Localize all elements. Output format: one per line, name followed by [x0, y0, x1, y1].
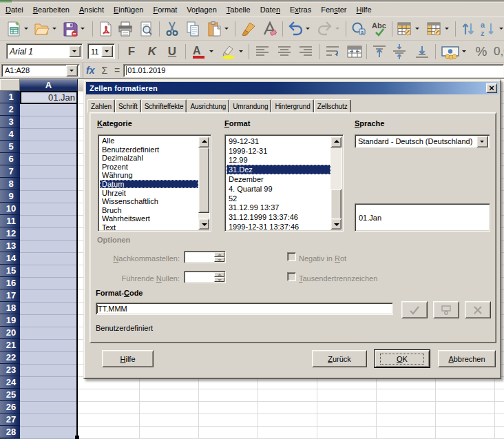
- find-replace-icon[interactable]: a: [350, 20, 368, 38]
- decimals-spinner[interactable]: [214, 252, 224, 262]
- format-item[interactable]: 1999-12-31: [227, 146, 330, 156]
- decimals-field[interactable]: [184, 251, 226, 263]
- menu-item[interactable]: Einfügen: [109, 3, 148, 17]
- menu-item[interactable]: Daten: [255, 3, 285, 17]
- row-header[interactable]: 1: [0, 91, 20, 103]
- print-preview-icon[interactable]: [137, 20, 155, 38]
- merge-cells-icon[interactable]: [346, 43, 364, 61]
- sort-ascending-icon[interactable]: az: [479, 20, 496, 38]
- scrollbar-thumb[interactable]: [330, 189, 342, 220]
- dialog-tab[interactable]: Umrandung: [229, 99, 271, 113]
- language-combobox[interactable]: Standard - Deutsch (Deutschland): [355, 134, 490, 148]
- leading-zeros-spinner[interactable]: [214, 272, 224, 282]
- dialog-title-bar[interactable]: Zellen formatieren ×: [86, 82, 498, 94]
- open-icon[interactable]: [33, 20, 51, 38]
- align-bottom-icon[interactable]: [413, 43, 431, 61]
- format-listbox[interactable]: 99-12-311999-12-3112.9931.DezDezember4. …: [224, 134, 344, 232]
- menu-item[interactable]: Extras: [285, 3, 316, 17]
- row-header[interactable]: 26: [0, 401, 20, 414]
- format-item[interactable]: 52: [227, 194, 330, 203]
- font-name-value[interactable]: Arial 1: [7, 47, 69, 57]
- percent-format-button[interactable]: %: [473, 44, 490, 59]
- highlight-color-icon[interactable]: [220, 43, 238, 61]
- redo-icon[interactable]: [316, 20, 334, 38]
- cell-a1-value[interactable]: 01.Jan: [21, 92, 75, 103]
- scroll-down-button[interactable]: [198, 218, 209, 229]
- leading-zeros-field[interactable]: [184, 271, 226, 283]
- row-header[interactable]: 18: [0, 302, 20, 314]
- format-item[interactable]: 1999-12-31 13:37:46: [227, 222, 330, 232]
- ok-button[interactable]: OK: [375, 350, 430, 367]
- row-header[interactable]: 14: [0, 252, 20, 265]
- format-item[interactable]: 31.12.1999 13:37:46: [227, 212, 330, 222]
- sort-ascending-dropdown[interactable]: [498, 20, 504, 38]
- row-header[interactable]: 28: [0, 426, 20, 438]
- category-item[interactable]: Alle: [100, 136, 198, 145]
- center-vertically-icon[interactable]: [390, 43, 408, 61]
- edit-comment-button[interactable]: [433, 301, 459, 318]
- select-all-corner[interactable]: [0, 79, 20, 91]
- currency-format-dropdown[interactable]: [461, 43, 468, 61]
- category-item[interactable]: Benutzerdefiniert: [100, 145, 198, 154]
- new-document-dropdown[interactable]: [23, 20, 30, 38]
- scrollbar-thumb[interactable]: [198, 147, 209, 213]
- font-name-combobox[interactable]: Arial 1: [6, 43, 83, 59]
- category-item[interactable]: Uhrzeit: [100, 188, 198, 197]
- row-header[interactable]: 16: [0, 277, 20, 289]
- spelling-icon[interactable]: Abc: [370, 20, 388, 38]
- save-dropdown[interactable]: [79, 20, 86, 38]
- menu-item[interactable]: Bearbeiten: [28, 3, 74, 17]
- row-header[interactable]: 15: [0, 265, 20, 277]
- scroll-up-button[interactable]: [330, 136, 342, 147]
- language-value[interactable]: Standard - Deutsch (Deutschland): [355, 137, 476, 145]
- insert-row-icon[interactable]: [396, 20, 414, 38]
- category-item[interactable]: Wahrheitswert: [100, 214, 198, 223]
- font-size-combobox[interactable]: 11: [87, 43, 115, 59]
- fill-handle[interactable]: [75, 436, 79, 439]
- name-box-dropdown[interactable]: [66, 65, 78, 76]
- row-header[interactable]: 20: [0, 327, 20, 339]
- row-header[interactable]: 21: [0, 339, 20, 351]
- row-header[interactable]: 6: [0, 153, 20, 165]
- sum-icon[interactable]: Σ: [101, 65, 107, 76]
- add-format-button[interactable]: [401, 301, 428, 318]
- cancel-button[interactable]: Abbrechen: [438, 350, 496, 367]
- category-item[interactable]: Datum: [100, 180, 198, 189]
- highlight-color-dropdown[interactable]: [238, 43, 244, 61]
- name-box[interactable]: A1:A28: [1, 64, 80, 77]
- row-header[interactable]: 24: [0, 376, 20, 389]
- row-header[interactable]: 13: [0, 240, 20, 252]
- undo-dropdown[interactable]: [304, 20, 311, 38]
- font-size-dropdown[interactable]: [101, 45, 113, 57]
- font-size-value[interactable]: 11: [88, 48, 101, 56]
- align-center-icon[interactable]: [275, 43, 293, 61]
- row-header[interactable]: 3: [0, 116, 20, 128]
- underline-button[interactable]: U: [163, 45, 181, 59]
- format-item[interactable]: 12.99: [227, 156, 330, 165]
- row-header[interactable]: 4: [0, 128, 20, 141]
- category-scrollbar[interactable]: [198, 136, 209, 229]
- spin-up-button[interactable]: [214, 272, 224, 277]
- menu-item[interactable]: Ansicht: [74, 3, 109, 17]
- align-top-icon[interactable]: [370, 43, 388, 61]
- language-dropdown[interactable]: [476, 136, 488, 147]
- row-header[interactable]: 10: [0, 203, 20, 215]
- paste-icon[interactable]: [205, 20, 223, 38]
- category-listbox[interactable]: AlleBenutzerdefiniertDezimalzahlProzentW…: [98, 134, 211, 232]
- export-pdf-icon[interactable]: [96, 20, 114, 38]
- row-header[interactable]: 5: [0, 141, 20, 153]
- dialog-tab[interactable]: Zahlen: [87, 99, 115, 113]
- undo-icon[interactable]: [286, 20, 304, 38]
- spin-up-button[interactable]: [214, 252, 224, 257]
- font-color-icon[interactable]: A: [190, 43, 208, 61]
- menu-item[interactable]: Tabelle: [222, 3, 255, 17]
- dialog-tab[interactable]: Ausrichtung: [187, 99, 229, 113]
- row-header[interactable]: 2: [0, 103, 20, 116]
- menu-item[interactable]: Hilfe: [352, 3, 377, 17]
- format-item[interactable]: 99-12-31: [227, 136, 330, 146]
- font-color-dropdown[interactable]: [208, 43, 215, 61]
- row-header[interactable]: 11: [0, 215, 20, 227]
- insert-column-dropdown[interactable]: [443, 20, 450, 38]
- category-item[interactable]: Bruch: [100, 205, 198, 214]
- dialog-close-button[interactable]: ×: [486, 83, 497, 93]
